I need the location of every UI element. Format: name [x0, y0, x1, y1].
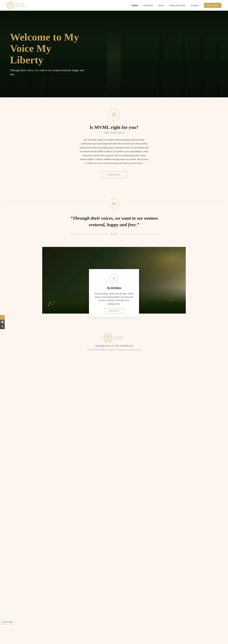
footer-logo-icon	[104, 334, 112, 342]
social-sidebar	[0, 315, 5, 329]
svg-point-10	[106, 336, 110, 340]
footer-logo-text: MY VOICE MY LIBERTY	[113, 336, 124, 340]
activities-image-container: Activities Through regular events and ac…	[42, 247, 186, 314]
navigation: MY VOICE MY LIBERTY Home Activities Abou…	[0, 0, 228, 11]
svg-point-11	[108, 336, 108, 337]
nav-item-contact[interactable]: Contact	[191, 4, 199, 7]
logo[interactable]: MY VOICE MY LIBERTY	[7, 2, 26, 9]
svg-point-9	[113, 277, 115, 278]
footer-contact: | inquiry@mvml.co.uk | Tel: 075-088-6179…	[95, 345, 133, 347]
svg-point-8	[113, 202, 115, 204]
mvml-tagline: Seen-Heard-Loved	[103, 131, 125, 134]
svg-point-1	[10, 4, 11, 5]
footer: MY VOICE MY LIBERTY | inquiry@mvml.co.uk…	[0, 324, 228, 356]
eye-icon	[109, 198, 119, 208]
footer-copyright: ©2023 by MY VOICE MY LIBERTY. Powered an…	[87, 349, 141, 351]
nav-item-activities[interactable]: Activities	[143, 4, 153, 7]
divider-line-left	[3, 203, 106, 203]
hero-content: Welcome to My Voice My Liberty Through t…	[0, 31, 97, 77]
read-more-button[interactable]: Read More	[101, 171, 127, 178]
divider-line-right	[122, 203, 225, 203]
twitter-icon	[1, 321, 3, 324]
logo-icon	[7, 2, 14, 9]
footer-logo: MY VOICE MY LIBERTY	[104, 334, 124, 342]
facebook-icon	[1, 316, 3, 319]
nav-item-about[interactable]: About	[158, 4, 164, 7]
activities-card: Activities Through regular events and ac…	[89, 269, 139, 317]
quote-divider	[3, 198, 225, 208]
book-online-button[interactable]: Book Online	[204, 3, 221, 8]
nav-item-home[interactable]: Home	[132, 4, 138, 7]
hero-section: Welcome to My Voice My Liberty Through t…	[0, 11, 228, 97]
facebook-link[interactable]	[0, 315, 5, 320]
mvml-description: My Voice My Liberty is a platform that e…	[79, 138, 149, 165]
svg-point-3	[2, 326, 3, 327]
activities-card-icon	[109, 274, 119, 283]
quote-attribution: MVML	[69, 233, 159, 235]
nav-item-news[interactable]: News & Events	[170, 4, 185, 7]
quote-text: “Through their voices, we want to see wo…	[69, 215, 159, 228]
mvml-icon	[108, 109, 120, 121]
mvml-title: Is MVML right for you?	[90, 125, 138, 130]
quote-section: “Through their voices, we want to see wo…	[0, 188, 228, 244]
activities-section: Activities Through regular events and ac…	[0, 244, 228, 324]
instagram-icon	[1, 326, 3, 328]
activities-card-description: Through regular events and activities, M…	[93, 292, 135, 306]
attribution-line	[69, 234, 108, 234]
nav-links: Home Activities About News & Events Cont…	[132, 4, 199, 7]
mvml-section: Is MVML right for you? Seen-Heard-Loved …	[0, 97, 228, 188]
footer-wix-link[interactable]: Wix	[138, 349, 141, 351]
hero-subtitle: Through their voices, we want to see wom…	[10, 68, 87, 77]
activities-card-title: Activities	[93, 286, 135, 290]
hero-title: Welcome to My Voice My Liberty	[10, 31, 87, 66]
logo-text: MY VOICE MY LIBERTY	[15, 3, 26, 7]
attribution-text: MVML	[108, 233, 120, 235]
attribution-line-right	[120, 234, 159, 234]
svg-rect-2	[2, 326, 3, 327]
instagram-link[interactable]	[0, 324, 5, 329]
activities-read-more-button[interactable]: Read More	[104, 308, 124, 314]
twitter-link[interactable]	[0, 320, 5, 324]
